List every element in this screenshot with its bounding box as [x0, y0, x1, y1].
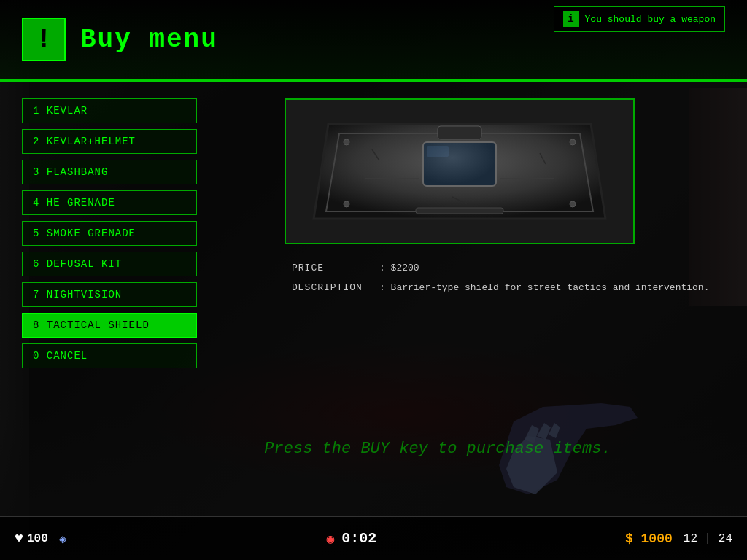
notif-icon: i [563, 11, 579, 27]
svg-rect-0 [438, 126, 481, 139]
hud-left: ♥ 100 ◈ [15, 530, 78, 547]
price-row: PRICE : $2200 [292, 262, 725, 273]
svg-point-5 [344, 201, 349, 207]
header-divider [0, 80, 747, 82]
left-panel: 1 KEVLAR2 KEVLAR+HELMET3 FLASHBANG4 HE G… [0, 84, 277, 516]
description-label: DESCRIPTION [292, 282, 379, 293]
bottom-hud: ♥ 100 ◈ ◉ 0:02 $ 1000 12 | 24 [0, 516, 747, 560]
price-value: : $2200 [379, 262, 419, 273]
ammo-separator: | [705, 532, 719, 545]
hud-health: ♥ 100 [15, 530, 48, 547]
health-value: 100 [27, 532, 48, 545]
item-image-box [285, 98, 635, 244]
menu-item-1[interactable]: 1 KEVLAR [22, 98, 197, 123]
menu-item-6[interactable]: 6 DEFUSAL KIT [22, 252, 197, 276]
main-content: 1 KEVLAR2 KEVLAR+HELMET3 FLASHBANG4 HE G… [0, 84, 747, 516]
health-icon: ♥ [15, 530, 23, 547]
ammo-reserve: 24 [719, 532, 732, 545]
menu-item-8[interactable]: 8 TACTICAL SHIELD [22, 313, 197, 338]
menu-item-4[interactable]: 4 HE GRENADE [22, 190, 197, 215]
menu-item-2[interactable]: 2 KEVLAR+HELMET [22, 129, 197, 154]
menu-item-7[interactable]: 7 NIGHTVISION [22, 282, 197, 307]
menu-item-0[interactable]: 0 CANCEL [22, 343, 197, 368]
right-panel: PRICE : $2200 DESCRIPTION : Barrier-type… [277, 84, 747, 516]
header-alert-icon: ! [22, 18, 66, 61]
money-value: 1000 [641, 532, 673, 546]
price-label: PRICE [292, 262, 379, 273]
hud-center: ◉ 0:02 [78, 530, 625, 547]
menu-item-3[interactable]: 3 FLASHBANG [22, 160, 197, 184]
money-display: $ 1000 [625, 532, 673, 546]
ammo-display: 12 | 24 [684, 532, 732, 545]
hud-timer: 0:02 [341, 530, 376, 547]
tactical-shield-image [306, 106, 613, 237]
notif-text: You should buy a weapon [585, 14, 716, 25]
description-row: DESCRIPTION : Barrier-type shield for st… [292, 282, 725, 293]
svg-rect-2 [427, 146, 449, 157]
money-symbol: $ [625, 532, 633, 546]
svg-point-3 [344, 139, 349, 145]
ammo-main: 12 [684, 532, 697, 545]
notification-box: i You should buy a weapon [554, 6, 725, 32]
svg-point-4 [570, 139, 576, 145]
svg-rect-9 [416, 208, 503, 214]
header-title: Buy menu [80, 25, 218, 55]
bomb-icon: ◉ [326, 531, 334, 547]
svg-point-6 [570, 201, 576, 207]
armor-icon: ◈ [59, 531, 67, 547]
item-details: PRICE : $2200 DESCRIPTION : Barrier-type… [285, 259, 732, 306]
menu-item-5[interactable]: 5 SMOKE GRENADE [22, 221, 197, 246]
description-value: : Barrier-type shield for street tactics… [379, 282, 709, 293]
hud-right: $ 1000 12 | 24 [625, 532, 732, 546]
